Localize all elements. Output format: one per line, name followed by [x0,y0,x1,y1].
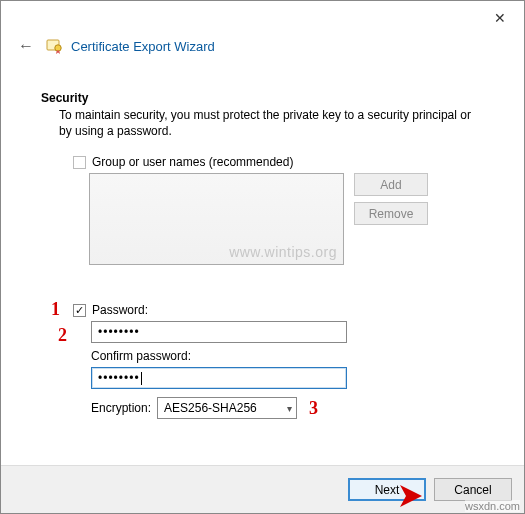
close-button[interactable]: ✕ [480,4,520,32]
group-checkbox-row: Group or user names (recommended) [73,155,484,169]
certificate-icon [45,37,63,55]
wizard-title: Certificate Export Wizard [71,39,215,54]
annotation-1: 1 [51,299,60,320]
attribution-text: wsxdn.com [465,500,520,512]
back-button[interactable]: ← [15,35,37,57]
add-button-label: Add [380,178,401,192]
encryption-select[interactable]: AES256-SHA256 ▾ [157,397,297,419]
password-checkbox-label: Password: [92,303,148,317]
confirm-password-label: Confirm password: [91,349,484,363]
wizard-header: ← Certificate Export Wizard [1,35,524,65]
group-box-row: www.wintips.org Add Remove [89,173,484,265]
confirm-password-value: •••••••• [98,371,140,385]
cancel-button[interactable]: Cancel [434,478,512,501]
password-checkbox[interactable] [73,304,86,317]
wizard-window: ✕ ← Certificate Export Wizard Security T… [0,0,525,514]
group-checkbox[interactable] [73,156,86,169]
svg-point-1 [55,45,61,51]
group-checkbox-label: Group or user names (recommended) [92,155,293,169]
add-button: Add [354,173,428,196]
remove-button: Remove [354,202,428,225]
cancel-button-label: Cancel [454,483,491,497]
chevron-down-icon: ▾ [287,403,292,414]
next-button[interactable]: Next [348,478,426,501]
password-checkbox-row: Password: [73,303,484,317]
security-heading: Security [41,91,484,105]
remove-button-label: Remove [369,207,414,221]
encryption-label: Encryption: [91,401,151,415]
password-input[interactable]: •••••••• [91,321,347,343]
group-user-list: www.wintips.org [89,173,344,265]
password-block: 1 2 Password: •••••••• Confirm password:… [73,303,484,419]
password-value: •••••••• [98,325,140,339]
annotation-3: 3 [309,398,318,419]
back-arrow-icon: ← [18,37,34,55]
watermark-text: www.wintips.org [229,244,337,260]
wizard-footer: Next Cancel [1,465,524,513]
group-side-buttons: Add Remove [354,173,428,225]
content-area: Security To maintain security, you must … [1,65,524,465]
annotation-2: 2 [58,325,67,346]
next-button-label: Next [375,483,400,497]
text-cursor [141,372,142,385]
close-icon: ✕ [494,10,506,26]
encryption-row: Encryption: AES256-SHA256 ▾ 3 [91,397,484,419]
confirm-password-input[interactable]: •••••••• [91,367,347,389]
security-description: To maintain security, you must protect t… [59,107,484,139]
titlebar: ✕ [1,1,524,35]
encryption-value: AES256-SHA256 [164,401,257,415]
